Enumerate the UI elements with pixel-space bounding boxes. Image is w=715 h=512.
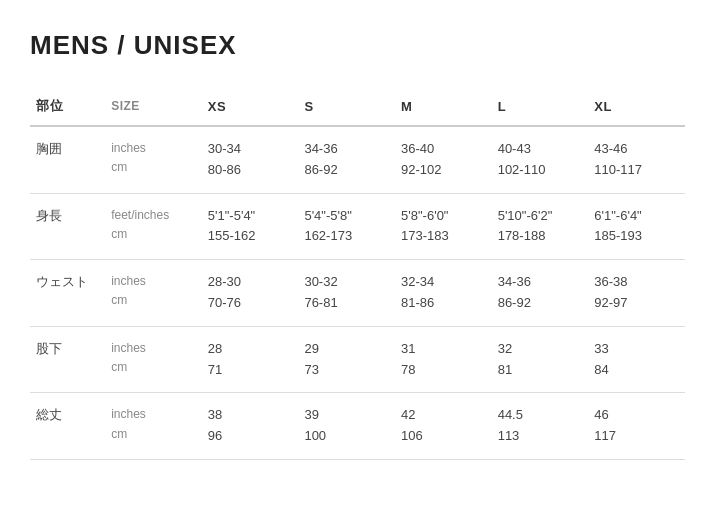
cell-m: 3178 bbox=[395, 326, 492, 393]
table-header-row: 部位 SIZE XS S M L XL bbox=[30, 89, 685, 126]
cell-xl: 3384 bbox=[588, 326, 685, 393]
cell-xs: 3896 bbox=[202, 393, 299, 460]
cell-m: 42106 bbox=[395, 393, 492, 460]
cell-size-unit: inchescm bbox=[105, 393, 202, 460]
cell-xs: 28-3070-76 bbox=[202, 260, 299, 327]
cell-xs: 5'1"-5'4"155-162 bbox=[202, 193, 299, 260]
table-row: 総丈inchescm3896391004210644.511346117 bbox=[30, 393, 685, 460]
cell-l: 40-43102-110 bbox=[492, 126, 589, 193]
size-chart-table: 部位 SIZE XS S M L XL 胸囲inchescm30-3480-86… bbox=[30, 89, 685, 460]
cell-l: 5'10"-6'2"178-188 bbox=[492, 193, 589, 260]
cell-l: 34-3686-92 bbox=[492, 260, 589, 327]
cell-buhi: 胸囲 bbox=[30, 126, 105, 193]
cell-buhi: 身長 bbox=[30, 193, 105, 260]
cell-xl: 36-3892-97 bbox=[588, 260, 685, 327]
cell-m: 5'8"-6'0"173-183 bbox=[395, 193, 492, 260]
table-row: 股下inchescm28712973317832813384 bbox=[30, 326, 685, 393]
cell-s: 39100 bbox=[298, 393, 395, 460]
cell-buhi: 股下 bbox=[30, 326, 105, 393]
cell-xl: 6'1"-6'4"185-193 bbox=[588, 193, 685, 260]
table-row: ウェストinchescm28-3070-7630-3276-8132-3481-… bbox=[30, 260, 685, 327]
cell-l: 44.5113 bbox=[492, 393, 589, 460]
cell-size-unit: feet/inchescm bbox=[105, 193, 202, 260]
cell-s: 5'4"-5'8"162-173 bbox=[298, 193, 395, 260]
table-row: 身長feet/inchescm5'1"-5'4"155-1625'4"-5'8"… bbox=[30, 193, 685, 260]
header-xl: XL bbox=[588, 89, 685, 126]
cell-s: 2973 bbox=[298, 326, 395, 393]
cell-m: 32-3481-86 bbox=[395, 260, 492, 327]
header-m: M bbox=[395, 89, 492, 126]
header-buhi: 部位 bbox=[30, 89, 105, 126]
header-size: SIZE bbox=[105, 89, 202, 126]
cell-size-unit: inchescm bbox=[105, 326, 202, 393]
cell-size-unit: inchescm bbox=[105, 260, 202, 327]
cell-xl: 46117 bbox=[588, 393, 685, 460]
cell-buhi: 総丈 bbox=[30, 393, 105, 460]
table-row: 胸囲inchescm30-3480-8634-3686-9236-4092-10… bbox=[30, 126, 685, 193]
header-l: L bbox=[492, 89, 589, 126]
page-title: MENS / UNISEX bbox=[30, 30, 685, 61]
cell-buhi: ウェスト bbox=[30, 260, 105, 327]
header-s: S bbox=[298, 89, 395, 126]
cell-l: 3281 bbox=[492, 326, 589, 393]
cell-size-unit: inchescm bbox=[105, 126, 202, 193]
cell-xs: 30-3480-86 bbox=[202, 126, 299, 193]
cell-m: 36-4092-102 bbox=[395, 126, 492, 193]
cell-xl: 43-46110-117 bbox=[588, 126, 685, 193]
header-xs: XS bbox=[202, 89, 299, 126]
cell-xs: 2871 bbox=[202, 326, 299, 393]
cell-s: 34-3686-92 bbox=[298, 126, 395, 193]
cell-s: 30-3276-81 bbox=[298, 260, 395, 327]
